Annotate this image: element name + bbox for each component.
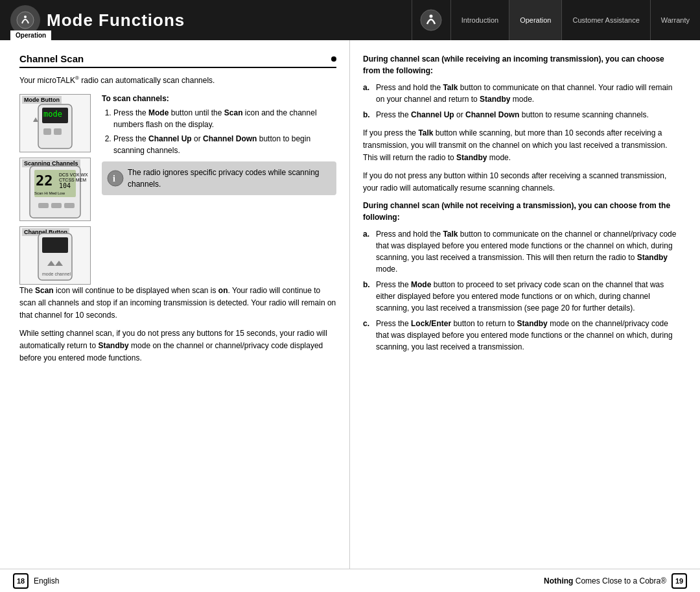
left-page: Channel Scan Your microTALK® radio can a… (0, 40, 350, 569)
footer-tagline: Nothing Comes Close to a Cobra® (544, 576, 666, 586)
cobra-logo-right-icon (419, 8, 443, 32)
channel-button-svg: mode channel (20, 227, 90, 284)
footer: 18 English Nothing Comes Close to a Cobr… (0, 569, 700, 592)
svg-point-1 (24, 16, 27, 18)
svg-point-3 (430, 15, 433, 18)
step-instructions: To scan channels: Press the Mode button … (102, 94, 336, 285)
right-heading-1: During channel scan (while receiving an … (363, 53, 681, 77)
svg-text:mode: mode (43, 110, 62, 119)
mode-button-svg: mode (20, 95, 90, 152)
page-number-left: 18 (13, 573, 29, 589)
cobra-logo-right (412, 0, 450, 40)
svg-text:104: 104 (59, 182, 71, 189)
svg-text:DCS VOX WX: DCS VOX WX (59, 172, 88, 177)
body-no-button: If you do not press any button within 10… (363, 170, 681, 195)
svg-rect-17 (38, 203, 49, 208)
image-instructions-row: Mode Button mode (19, 94, 336, 285)
list-item-a2: a. Press and hold the Talk button to com… (363, 228, 681, 275)
header: Mode Functions Operation Introduction Op… (0, 0, 700, 40)
nav-customer-assistance[interactable]: Customer Assistance (561, 0, 649, 40)
note-icon: i (107, 170, 124, 187)
svg-text:mode    channel: mode channel (42, 272, 71, 276)
tagline-bold: Nothing (544, 576, 573, 586)
steps: Press the Mode button until the Scan ico… (102, 107, 336, 156)
list-item-b2: b. Press the Mode button to proceed to s… (363, 279, 681, 314)
step-heading: To scan channels: (102, 94, 336, 103)
svg-text:CTCSS MEM: CTCSS MEM (59, 178, 86, 182)
list-not-receiving: a. Press and hold the Talk button to com… (363, 228, 681, 353)
tagline-rest: Comes Close to a Cobra® (573, 576, 666, 586)
list-item-a1: a. Press and hold the Talk button to com… (363, 82, 681, 105)
svg-text:i: i (113, 174, 115, 184)
svg-rect-18 (51, 203, 62, 208)
right-page: During channel scan (while receiving an … (350, 40, 700, 569)
scanning-channels-image: Scanning Channels 22 DCS VOX WX CTCSS ME… (19, 158, 91, 221)
channel-button-image: Channel Button mode channel (19, 226, 91, 285)
section-title: Channel Scan (19, 53, 336, 68)
footer-right: Nothing Comes Close to a Cobra® 19 (544, 573, 687, 589)
svg-rect-19 (64, 203, 75, 208)
scanning-channels-svg: 22 DCS VOX WX CTCSS MEM 104 Scan Hi Med … (20, 161, 90, 220)
svg-rect-8 (54, 128, 62, 135)
body-talk: If you press the Talk button while scann… (363, 127, 681, 165)
step-2: Press the Channel Up or Channel Down but… (113, 133, 336, 156)
list-item-c2: c. Press the Lock/Enter button to return… (363, 318, 681, 353)
note-box: i The radio ignores specific privacy cod… (102, 161, 336, 195)
svg-text:22: 22 (36, 172, 53, 189)
section-dot (331, 56, 336, 62)
right-heading-2: During channel scan (while not receiving… (363, 200, 681, 223)
footer-left: 18 English (13, 573, 59, 589)
images-col: Mode Button mode (19, 94, 94, 285)
svg-point-25 (108, 171, 123, 186)
list-item-b1: b. Press the Channel Up or Channel Down … (363, 109, 681, 121)
svg-rect-21 (42, 237, 68, 253)
main-content: Channel Scan Your microTALK® radio can a… (0, 40, 700, 569)
nav-warranty[interactable]: Warranty (650, 0, 700, 40)
header-nav: Introduction Operation Customer Assistan… (412, 0, 700, 40)
note-text: The radio ignores specific privacy codes… (128, 168, 319, 189)
mode-button-image: Mode Button mode (19, 94, 91, 152)
nav-introduction[interactable]: Introduction (450, 0, 509, 40)
page-number-right: 19 (671, 573, 687, 589)
step-1: Press the Mode button until the Scan ico… (113, 107, 336, 130)
cobra-logo-icon (16, 10, 35, 30)
list-receiving: a. Press and hold the Talk button to com… (363, 82, 681, 121)
page-title: Mode Functions (47, 10, 185, 30)
svg-marker-9 (33, 117, 38, 122)
svg-text:Scan Hi Med Low: Scan Hi Med Low (34, 191, 65, 195)
operation-label-left: Operation (10, 30, 51, 40)
nav-operation[interactable]: Operation (509, 0, 561, 40)
svg-rect-7 (43, 128, 51, 135)
body-text-1: The Scan icon will continue to be displa… (19, 285, 336, 322)
footer-language: English (34, 576, 59, 586)
body-text-2: While setting channel scan, if you do no… (19, 327, 336, 365)
intro-text: Your microTALK® radio can automatically … (19, 75, 336, 86)
